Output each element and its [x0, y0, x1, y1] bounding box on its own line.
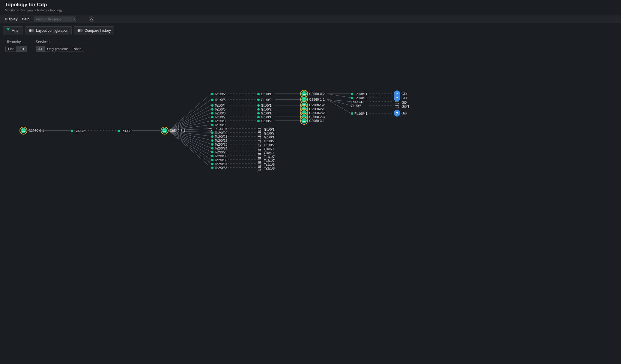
port-label: Fa1/0/47 [351, 100, 364, 104]
port-Te2-0-20[interactable]: Te2/0/20 [211, 131, 227, 135]
port-label: Te2/0/35 [215, 154, 227, 158]
port-Te2-0-35[interactable]: Te2/0/35 [211, 154, 227, 158]
farport-3[interactable]: Gi1/0/3 [351, 104, 361, 108]
layout-config-button[interactable]: Layout configuration [25, 26, 72, 34]
port-Te2-0-25[interactable]: Te2/0/25 [211, 150, 227, 154]
port-Te1-0-7[interactable]: Te1/0/7 [211, 115, 225, 119]
port-label: Gi1/0/1 [261, 104, 271, 107]
search-input[interactable] [34, 16, 76, 22]
port-Te1-0-8[interactable]: Te1/0/8 [211, 119, 225, 123]
port-Te1-0-5[interactable]: Te1/0/5 [211, 108, 225, 111]
port-status-dot [211, 99, 213, 101]
port-label: Te1/0/6 [215, 111, 225, 115]
port-label: Fa1/0/11 [354, 92, 367, 96]
node-label: C2960-0-1 [28, 129, 44, 132]
midport-5[interactable]: Gi1/0/1 [257, 115, 271, 119]
port-status-dot [257, 112, 260, 114]
port-label: Gi1/0/1 [261, 111, 271, 115]
midport-0[interactable]: Gi1/0/1 [257, 92, 271, 96]
switch-small-icon [256, 165, 263, 172]
node-c2960-3-1[interactable]: C2960-3-1 [300, 117, 325, 125]
toggle-icon [29, 29, 34, 32]
port-Te2-0-22[interactable]: Te2/0/22 [211, 139, 227, 142]
port-Te2-0-38[interactable]: Te2/0/38 [211, 166, 227, 170]
midport-4[interactable]: Gi1/0/1 [257, 111, 271, 115]
node-label: C2960-3-1 [309, 119, 325, 123]
svg-line-49 [327, 99, 351, 102]
port-status-dot [351, 93, 353, 95]
svg-line-21 [169, 131, 211, 167]
farport-4[interactable]: Fa1/0/41 [351, 112, 367, 115]
port-Te1-0-6[interactable]: Te1/0/6 [211, 111, 225, 115]
port-te1-0-1[interactable]: Te1/0/1 [118, 129, 132, 133]
port-status-dot [257, 99, 260, 101]
page-title: Topology for Cdp [5, 2, 616, 8]
switch-small-icon [394, 103, 400, 110]
svg-point-96 [396, 108, 396, 108]
compare-history-button[interactable]: Compare history [74, 26, 114, 34]
port-label: Te2/0/25 [215, 150, 227, 154]
port-status-dot [211, 143, 213, 146]
farport-1[interactable]: Fa1/0/13 [351, 96, 367, 100]
port-label: Gi1/0/2 [261, 108, 271, 111]
port-label: Te1/0/2 [215, 92, 225, 96]
port-status-dot [211, 151, 213, 153]
port-status-dot [257, 116, 260, 118]
port-status-dot [257, 120, 260, 122]
port-label: Te2/0/22 [215, 139, 227, 142]
search-clear-button[interactable]: X [73, 17, 76, 21]
midport-6[interactable]: Gi1/0/2 [257, 119, 271, 123]
farnode-3[interactable]: Gi0/1 [394, 103, 409, 110]
port-status-dot [211, 104, 213, 107]
port-status-dot [257, 108, 260, 111]
node-label: Gi0 [402, 111, 407, 115]
breadcrumb-overview[interactable]: Overview [19, 8, 33, 12]
port-label: Te2/0/19 [214, 127, 227, 131]
node-c2960-0-1[interactable]: C2960-0-1 [19, 127, 44, 135]
collapse-toolbar-button[interactable] [89, 16, 94, 22]
toolbar: Filter Layout configuration Compare hist… [0, 23, 621, 37]
port-Te2-0-24[interactable]: Te2/0/24 [211, 146, 227, 150]
menu-display[interactable]: Display [5, 17, 18, 21]
midport-17[interactable]: Te2/1/8 [256, 165, 275, 172]
port-Te2-0-21[interactable]: Te2/0/21 [211, 135, 227, 138]
port-label: Gi1/0/2 [261, 98, 271, 102]
port-Te1-0-3[interactable]: Te1/0/3 [211, 98, 225, 102]
midport-1[interactable]: Gi1/0/2 [257, 98, 271, 102]
midport-3[interactable]: Gi1/0/2 [257, 108, 271, 111]
port-label: Te2/0/36 [215, 158, 227, 162]
port-Te2-0-37[interactable]: Te2/0/37 [211, 162, 227, 166]
port-label: Gi1/0/1 [261, 115, 271, 119]
svg-line-53 [369, 98, 394, 98]
port-Te1-0-4[interactable]: Te1/0/4 [211, 104, 225, 107]
port-status-dot [211, 135, 213, 138]
node-label: C2960-1-1 [309, 98, 325, 101]
farnode-4[interactable]: ?Gi0 [394, 110, 407, 117]
port-Te2-0-19[interactable]: Te2/0/19 [214, 127, 227, 131]
port-Te2-0-23[interactable]: Te2/0/23 [211, 143, 227, 146]
port-status-dot [211, 167, 213, 169]
farport-2[interactable]: Fa1/0/47 [351, 100, 364, 104]
topology-canvas[interactable]: C2960-0-1Gi1/0/2Te1/0/1C9540-7-1Te1/0/2T… [0, 48, 621, 364]
port-status-dot [211, 132, 213, 134]
midport-2[interactable]: Gi1/0/1 [257, 104, 271, 107]
svg-line-20 [169, 131, 211, 164]
port-status-dot [257, 104, 260, 107]
breadcrumb-network-topology[interactable]: Network topology [37, 8, 63, 12]
port-label: Te1/0/4 [215, 104, 225, 107]
node-c9540-7-1[interactable]: C9540-7-1 [161, 127, 185, 135]
switch-icon [161, 127, 169, 135]
port-Te1-0-2[interactable]: Te1/0/2 [211, 92, 225, 96]
port-Te2-0-36[interactable]: Te2/0/36 [211, 158, 227, 162]
port-label: Te2/0/38 [215, 166, 227, 170]
svg-line-19 [169, 131, 211, 160]
svg-line-48 [327, 94, 351, 98]
port-gi1-0-2[interactable]: Gi1/0/2 [71, 129, 85, 133]
farport-0[interactable]: Fa1/0/11 [351, 92, 367, 96]
menu-help[interactable]: Help [22, 17, 30, 21]
unknown-device-icon: ? [394, 110, 400, 117]
breadcrumb-monitor[interactable]: Monitor [5, 8, 16, 12]
port-label: Te2/0/24 [215, 146, 227, 150]
filter-button[interactable]: Filter [3, 26, 23, 34]
port-status-dot [351, 112, 353, 115]
